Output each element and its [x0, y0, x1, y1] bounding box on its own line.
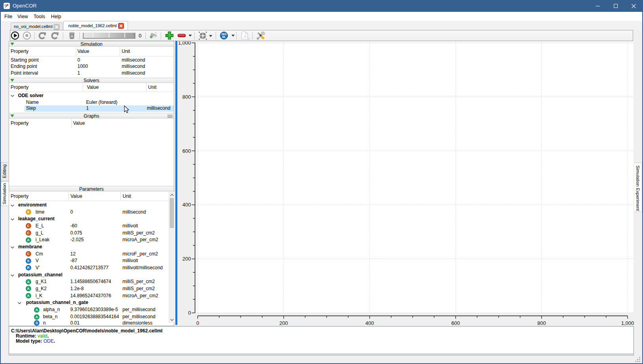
svg-text:400: 400 — [182, 202, 191, 208]
svg-text:400: 400 — [365, 320, 374, 326]
svg-text:800: 800 — [182, 94, 191, 100]
svg-text:ML: ML — [222, 36, 226, 38]
svg-text:0: 0 — [188, 310, 191, 316]
svg-text:600: 600 — [182, 148, 191, 154]
svg-text:600: 600 — [451, 320, 460, 326]
svg-text:200: 200 — [182, 256, 191, 262]
svg-text:1,000: 1,000 — [178, 41, 191, 46]
svg-text:0: 0 — [196, 320, 199, 326]
svg-text:1,000: 1,000 — [621, 320, 634, 326]
svg-text:200: 200 — [279, 320, 288, 326]
svg-text:800: 800 — [537, 320, 546, 326]
